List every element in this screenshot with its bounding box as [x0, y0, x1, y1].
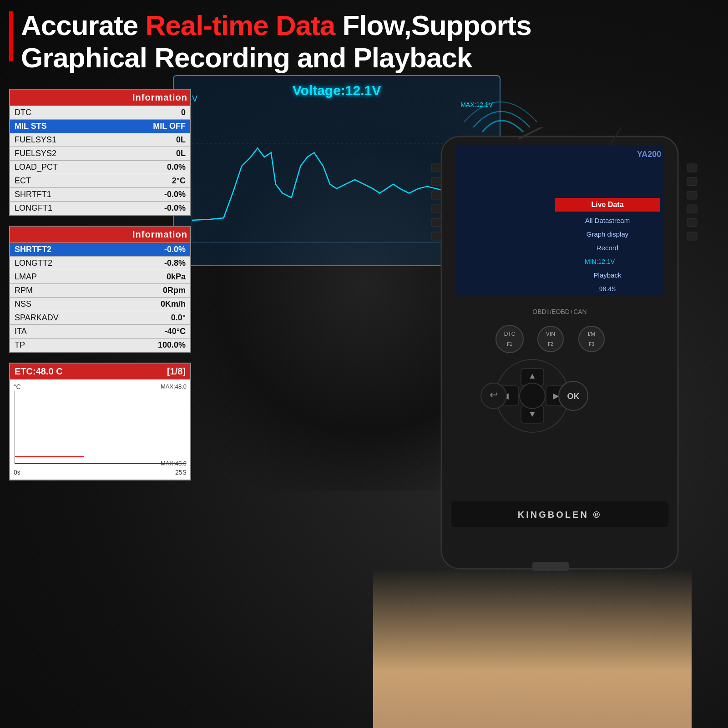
svg-rect-13 — [431, 218, 441, 227]
svg-text:Record: Record — [597, 244, 618, 252]
header-text: Accurate Real-time Data Flow,Supports Gr… — [21, 9, 531, 74]
row-value: 0.0° — [116, 311, 191, 325]
graph-x-end: 25S — [175, 469, 187, 476]
svg-text:98.4S: 98.4S — [599, 285, 616, 293]
svg-text:MIN:12.1V: MIN:12.1V — [585, 258, 615, 265]
row-value: 0L — [110, 133, 191, 147]
row-label: RPM — [10, 284, 116, 298]
row-value: -0.0% — [116, 243, 191, 257]
header: Accurate Real-time Data Flow,Supports Gr… — [9, 9, 719, 74]
table1-header: Information — [10, 89, 191, 106]
row-value: 0Rpm — [116, 284, 191, 298]
row-label: SHRTFT2 — [10, 243, 116, 257]
svg-point-33 — [496, 325, 523, 353]
row-label: LONGFT1 — [10, 202, 110, 216]
svg-rect-16 — [687, 177, 697, 186]
svg-rect-58 — [532, 562, 569, 571]
svg-text:Graph display: Graph display — [586, 230, 629, 238]
graph-chart-svg — [15, 391, 186, 466]
svg-text:I/M: I/M — [588, 331, 596, 337]
row-label: SPARKADV — [10, 311, 116, 325]
svg-text:Live Data: Live Data — [591, 201, 623, 208]
svg-text:↩: ↩ — [490, 389, 498, 400]
row-value: MIL OFF — [110, 120, 191, 133]
svg-text:All Datastream: All Datastream — [585, 217, 630, 224]
row-value: 0 — [110, 106, 191, 120]
svg-rect-19 — [687, 218, 697, 227]
svg-text:VIN: VIN — [546, 331, 555, 337]
svg-text:F3: F3 — [589, 342, 594, 347]
svg-point-47 — [520, 383, 545, 409]
row-value: -0.0% — [110, 202, 191, 216]
svg-text:F1: F1 — [507, 342, 512, 347]
title-red: Real-time Data — [146, 10, 335, 41]
row-value: -0.0% — [110, 188, 191, 202]
row-label: LMAP — [10, 270, 116, 284]
row-label: LOAD_PCT — [10, 161, 110, 174]
svg-rect-20 — [687, 232, 697, 240]
row-value: 0.0% — [110, 161, 191, 174]
row-label: TP — [10, 339, 116, 353]
row-label: FUELSYS2 — [10, 147, 110, 161]
table-row: ECT2°C — [10, 174, 191, 188]
row-label: ITA — [10, 325, 116, 339]
left-panels: Information DTC0MIL STSMIL OFFFUELSYS10L… — [9, 89, 191, 480]
svg-text:DTC: DTC — [504, 331, 516, 337]
svg-point-36 — [538, 326, 563, 352]
table-row: NSS0Km/h — [10, 298, 191, 311]
table-row: LONGTT2-0.8% — [10, 257, 191, 270]
graph-range-label: [1/8] — [167, 366, 186, 377]
row-label: ECT — [10, 174, 110, 188]
table-row: SHRTFT2-0.0% — [10, 243, 191, 257]
title-line2: Graphical Recording and Playback — [21, 42, 472, 73]
row-value: 0kPa — [116, 270, 191, 284]
table2-header: Information — [10, 226, 191, 243]
svg-rect-9 — [431, 164, 441, 172]
svg-rect-10 — [431, 177, 441, 186]
table-row: LMAP0kPa — [10, 270, 191, 284]
row-label: MIL STS — [10, 120, 110, 133]
table-row: MIL STSMIL OFF — [10, 120, 191, 133]
table-row: FUELSYS20L — [10, 147, 191, 161]
title-part1: Accurate — [21, 10, 146, 41]
svg-rect-22 — [455, 146, 664, 296]
row-value: -40°C — [116, 325, 191, 339]
row-value: 2°C — [110, 174, 191, 188]
table-row: TP100.0% — [10, 339, 191, 353]
graph-panel: ETC:48.0 C [1/8] °C MAX:48.0 MAX:48.0 0s… — [9, 363, 191, 480]
svg-text:Playback: Playback — [594, 271, 622, 279]
graph-y-label: °C — [14, 383, 21, 390]
row-value: 100.0% — [116, 339, 191, 353]
table-row: SHRTFT1-0.0% — [10, 188, 191, 202]
svg-rect-15 — [687, 164, 697, 172]
table-row: DTC0 — [10, 106, 191, 120]
graph-body: °C MAX:48.0 MAX:48.0 0s 25S — [10, 379, 190, 480]
row-value: 0Km/h — [116, 298, 191, 311]
row-label: FUELSYS1 — [10, 133, 110, 147]
svg-rect-18 — [687, 205, 697, 213]
row-label: NSS — [10, 298, 116, 311]
svg-rect-17 — [687, 191, 697, 199]
graph-header-label: ETC:48.0 C — [15, 366, 63, 377]
title-part2: Flow,Supports — [335, 10, 531, 41]
row-value: 0L — [110, 147, 191, 161]
row-label: SHRTFT1 — [10, 188, 110, 202]
row-value: -0.8% — [116, 257, 191, 270]
svg-text:▶: ▶ — [553, 391, 559, 400]
svg-rect-12 — [431, 205, 441, 213]
table-row: LONGFT1-0.0% — [10, 202, 191, 216]
svg-rect-11 — [431, 191, 441, 199]
graph-max-top: MAX:48.0 — [161, 383, 187, 390]
svg-text:YA200: YA200 — [637, 150, 661, 159]
svg-rect-14 — [431, 232, 441, 240]
svg-text:F2: F2 — [548, 342, 553, 347]
scanner-device: YA200 OBDII/EOBD+CAN Live Data All Datas… — [405, 127, 723, 673]
graph-max-bottom: MAX:48.0 — [161, 460, 187, 467]
table-row: LOAD_PCT0.0% — [10, 161, 191, 174]
svg-text:KINGBOLEN ®: KINGBOLEN ® — [518, 510, 602, 520]
chart-voltage-label: Voltage:12.1V — [293, 83, 381, 98]
svg-text:▼: ▼ — [528, 410, 536, 419]
info-table-1: Information DTC0MIL STSMIL OFFFUELSYS10L… — [9, 89, 191, 216]
info-table-2: Information SHRTFT2-0.0%LONGTT2-0.8%LMAP… — [9, 226, 191, 353]
table-row: ITA-40°C — [10, 325, 191, 339]
